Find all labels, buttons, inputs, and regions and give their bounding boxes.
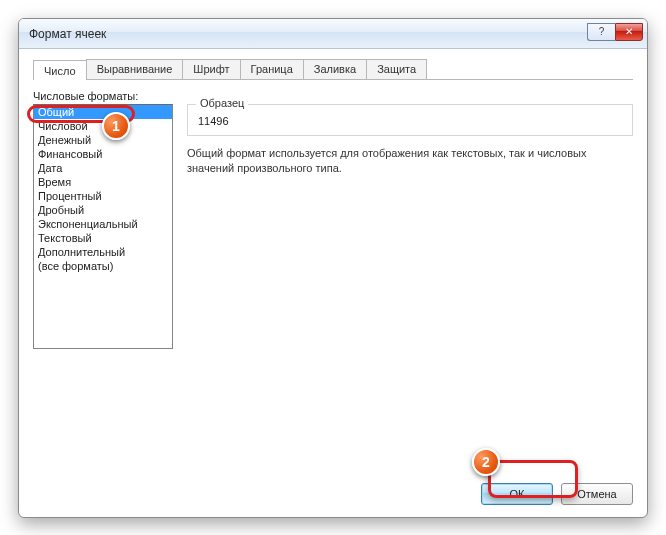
window-title: Формат ячеек [29,27,587,41]
sample-legend: Образец [196,97,248,109]
close-button[interactable]: ✕ [615,23,643,41]
format-item[interactable]: Процентный [34,189,172,203]
help-button[interactable]: ? [587,23,615,41]
format-item[interactable]: Финансовый [34,147,172,161]
format-item[interactable]: Текстовый [34,231,172,245]
tab-bar: ЧислоВыравниваниеШрифтГраницаЗаливкаЗащи… [33,59,633,80]
tab-3[interactable]: Граница [240,59,304,79]
sample-group: Образец 11496 [187,104,633,136]
tab-0[interactable]: Число [33,60,87,80]
titlebar[interactable]: Формат ячеек ? ✕ [19,19,647,49]
dialog-content: ЧислоВыравниваниеШрифтГраницаЗаливкаЗащи… [19,49,647,517]
format-item[interactable]: Время [34,175,172,189]
format-listbox[interactable]: ОбщийЧисловойДенежныйФинансовыйДатаВремя… [33,104,173,349]
cancel-button[interactable]: Отмена [561,483,633,505]
format-item[interactable]: Дата [34,161,172,175]
format-item[interactable]: (все форматы) [34,259,172,273]
format-item[interactable]: Денежный [34,133,172,147]
format-cells-dialog: Формат ячеек ? ✕ ЧислоВыравниваниеШрифтГ… [18,18,648,518]
format-item[interactable]: Числовой [34,119,172,133]
format-description: Общий формат используется для отображени… [187,146,633,176]
tab-4[interactable]: Заливка [303,59,367,79]
tab-1[interactable]: Выравнивание [86,59,184,79]
format-item[interactable]: Общий [34,105,172,119]
tab-5[interactable]: Защита [366,59,427,79]
close-icon: ✕ [625,26,633,37]
format-item[interactable]: Экспоненциальный [34,217,172,231]
format-item[interactable]: Дополнительный [34,245,172,259]
ok-button[interactable]: ОК [481,483,553,505]
format-list-label: Числовые форматы: [33,90,173,102]
sample-value: 11496 [198,111,622,127]
help-icon: ? [599,26,605,37]
tab-2[interactable]: Шрифт [182,59,240,79]
format-item[interactable]: Дробный [34,203,172,217]
